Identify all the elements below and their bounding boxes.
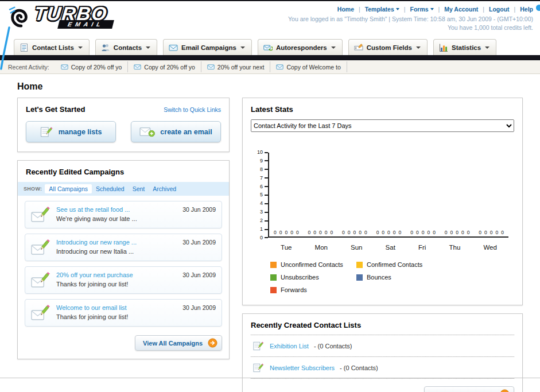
chart-value-label: 0 [422,230,425,235]
show-label: SHOW: [24,186,42,192]
chart-x-label: Sun [351,244,362,251]
nav-tab-custom-fields[interactable]: Custom Fields [348,39,428,55]
statistics-icon [439,43,448,52]
legend-label: Unconfirmed Contacts [281,261,343,268]
campaign-title-link[interactable]: See us at the retail food ... [56,206,137,213]
chart-value-label: 0 [376,230,379,235]
chart-value-label: 0 [387,230,390,235]
chart-value-label: 0 [325,230,328,235]
envelope-pencil-icon [30,238,51,257]
recent-activity-item[interactable]: Copy of Welcome to [270,61,347,72]
filter-tab-archived[interactable]: Archived [149,184,180,193]
header: TURBO EMAIL Home Templates Forms My Acco… [0,1,540,36]
chart-value-label: 0 [450,230,453,235]
chart-y-tick: 2 [260,218,268,223]
campaigns-panel-title: Recently Edited Campaigns [18,168,229,182]
top-link-help[interactable]: Help [520,6,533,13]
contacts-icon [101,43,110,52]
nav-tab-label: Email Campaigns [181,44,236,51]
chevron-down-icon [396,8,399,10]
recent-activity-item[interactable]: Copy of 20% off yo [128,61,201,72]
chart-value-label: 0 [410,230,413,235]
contact-list-item[interactable]: Newsletter Subscribers - (0 Contacts) [251,357,514,379]
contact-list-item[interactable]: Exhibition List - (0 Contacts) [251,335,514,357]
filter-tab-scheduled[interactable]: Scheduled [92,184,129,193]
recent-activity-item[interactable]: Copy of 20% off yo [55,61,129,72]
note-pencil-icon [253,362,265,373]
nav-tab-email-campaigns[interactable]: Email Campaigns [163,39,252,55]
legend-label: Unsubscribes [281,274,319,281]
legend-swatch [356,274,363,281]
chart-x-label: Thu [449,244,461,251]
contact-list-link[interactable]: Exhibition List [270,343,309,350]
campaign-title-link[interactable]: 20% off your next purchase [56,271,133,278]
stats-panel-title: Latest Stats [251,105,514,114]
campaign-date: 30 Jun 2009 [182,239,216,246]
campaign-title-link[interactable]: Welcome to our email list [56,304,128,311]
chart-value-label: 0 [342,230,345,235]
chart-x-label: Fri [418,244,426,251]
top-link-home[interactable]: Home [337,6,354,13]
chevron-down-icon [430,8,434,10]
campaign-title-link[interactable]: Introducing our new range ... [56,239,137,246]
nav-tab-label: Custom Fields [367,44,412,51]
chart-value-labels: 00000000000000000000000000000000000 [269,230,508,235]
credits-info: You have 1,000 total credits left. [288,24,533,31]
chart-value-group: 00000 [376,230,402,235]
top-link-my-account[interactable]: My Account [444,6,478,13]
chart-value-label: 0 [296,230,299,235]
envelope-pencil-icon [30,271,51,289]
chart-value-group: 00000 [274,230,299,235]
chart-value-label: 0 [456,230,459,235]
envelope-icon [134,63,141,71]
arrow-circle-icon [500,389,510,392]
chart-value-label: 0 [393,230,396,235]
chart-value-label: 0 [348,230,351,235]
campaign-subtitle: Introducing our new Italia ... [56,248,137,255]
main-nav: Contact Lists Contacts Email Campaigns A… [0,36,540,55]
campaign-date: 30 Jun 2009 [182,271,216,278]
envelope-pencil-icon [30,304,51,322]
top-link-templates[interactable]: Templates [365,6,394,13]
chart-value-label: 0 [313,230,316,235]
login-info: You are logged in as "Timothy Smith" | S… [288,15,533,22]
chart-value-group: 00000 [342,230,367,235]
nav-tab-label: Autoresponders [276,44,327,51]
view-all-campaigns-button[interactable]: View All Campaigns [135,335,222,351]
nav-tab-contact-lists[interactable]: Contact Lists [14,39,90,55]
chevron-down-icon [331,46,336,49]
campaign-row[interactable]: Welcome to our email list Thanks for joi… [25,299,222,327]
filter-tab-sent[interactable]: Sent [129,184,149,193]
chevron-down-icon [78,46,83,49]
nav-tab-contacts[interactable]: Contacts [95,39,157,55]
create-email-button[interactable]: create an email [131,121,221,142]
chart-y-tick: 10 [257,150,268,155]
footer-divider [0,378,540,378]
logo-text: TURBO EMAIL [34,5,113,29]
filter-tab-all-campaigns[interactable]: All Campaigns [45,184,92,193]
campaign-date: 30 Jun 2009 [182,304,216,311]
recent-activity-item[interactable]: 20% off your next [201,61,271,72]
chart-plot-area: 00000000000000000000000000000000000 [268,153,508,238]
stats-range-select[interactable]: Contact Activity for the Last 7 Days [251,119,514,132]
campaign-row[interactable]: See us at the retail food ... We're givi… [25,201,222,228]
chart-y-tick: 7 [260,176,268,181]
campaign-row[interactable]: Introducing our new range ... Introducin… [25,234,222,261]
recent-activity-label: Recent Activity: [8,64,49,71]
chart-value-label: 0 [416,230,419,235]
chevron-down-icon [240,46,245,49]
chart-x-labels: TueMonSunSatFriThuWed [269,240,508,251]
nav-tab-autoresponders[interactable]: Autoresponders [258,39,343,55]
top-link-logout[interactable]: Logout [489,6,510,13]
envelope-icon [207,63,215,71]
contact-list-link[interactable]: Newsletter Subscribers [270,364,335,371]
manage-lists-button[interactable]: manage lists [26,121,116,142]
chart-value-label: 0 [382,230,384,235]
switch-quick-links-link[interactable]: Switch to Quick Links [164,106,221,113]
campaign-row[interactable]: 20% off your next purchase Thanks for jo… [25,266,222,294]
top-link-forms[interactable]: Forms [410,6,428,13]
nav-tab-statistics[interactable]: Statistics [433,39,496,55]
see-all-contact-lists-button[interactable]: See All Contact Lists [424,386,514,392]
chart-x-label: Sat [386,244,395,251]
top-links: Home Templates Forms My Account Logout H… [288,6,533,13]
